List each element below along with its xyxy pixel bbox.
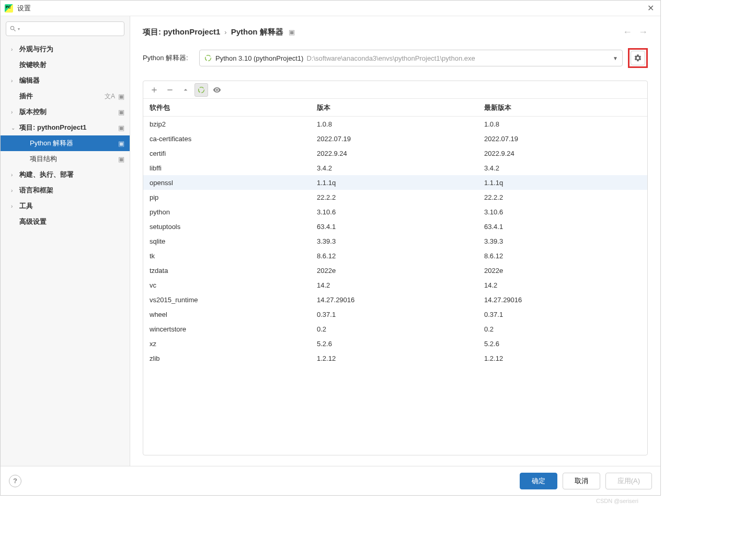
package-row[interactable]: sqlite3.39.33.39.3 <box>143 234 647 248</box>
package-latest: 1.2.12 <box>484 355 641 362</box>
svg-point-1 <box>199 87 204 93</box>
translate-icon: 文A <box>105 92 115 101</box>
package-version: 3.4.2 <box>317 164 484 172</box>
chevron-icon: › <box>11 172 19 178</box>
package-version: 2022.9.24 <box>317 150 484 157</box>
breadcrumb: 项目: pythonProject1 › Python 解释器 ▣ ← → <box>143 27 648 38</box>
package-name: tk <box>150 252 317 260</box>
package-version: 2022e <box>317 267 484 275</box>
sidebar-item[interactable]: Python 解释器▣ <box>1 135 130 151</box>
sidebar-item[interactable]: ›版本控制▣ <box>1 104 130 120</box>
sidebar-item[interactable]: ⌄项目: pythonProject1▣ <box>1 120 130 135</box>
package-row[interactable]: zlib1.2.121.2.12 <box>143 351 647 365</box>
apply-button[interactable]: 应用(A) <box>605 473 652 489</box>
package-row[interactable]: xz5.2.65.2.6 <box>143 336 647 351</box>
sidebar-item[interactable]: 按键映射 <box>1 57 130 73</box>
chevron-down-icon: ▼ <box>613 55 618 61</box>
package-row[interactable]: libffi3.4.23.4.2 <box>143 161 647 175</box>
sidebar-item[interactable]: ›构建、执行、部署 <box>1 167 130 182</box>
remove-package-button[interactable] <box>163 83 177 97</box>
sidebar-item[interactable]: ›外观与行为 <box>1 41 130 57</box>
column-version-header[interactable]: 版本 <box>317 103 484 112</box>
package-row[interactable]: openssl1.1.1q1.1.1q <box>143 175 647 190</box>
package-row[interactable]: setuptools63.4.163.4.1 <box>143 219 647 234</box>
package-row[interactable]: wincertstore0.20.2 <box>143 322 647 336</box>
package-latest: 14.2 <box>484 281 641 289</box>
chevron-icon: › <box>11 109 19 115</box>
sidebar-item[interactable]: 项目结构▣ <box>1 151 130 167</box>
package-version: 1.1.1q <box>317 179 484 187</box>
chevron-icon: ⌄ <box>11 125 19 131</box>
package-version: 3.39.3 <box>317 237 484 245</box>
interpreter-label: Python 解释器: <box>143 53 199 63</box>
package-row[interactable]: tk8.6.128.6.12 <box>143 248 647 263</box>
conda-button[interactable] <box>194 83 208 97</box>
package-name: wincertstore <box>150 325 317 333</box>
search-input[interactable]: ▾ <box>6 21 124 36</box>
column-latest-header[interactable]: 最新版本 <box>484 103 641 112</box>
ok-button[interactable]: 确定 <box>520 473 557 489</box>
package-name: zlib <box>150 355 317 362</box>
sidebar-item-label: 按键映射 <box>19 60 130 70</box>
package-version: 3.10.6 <box>317 208 484 216</box>
sidebar-item-label: 项目: pythonProject1 <box>19 123 118 132</box>
package-version: 1.0.8 <box>317 120 484 128</box>
chevron-icon: › <box>11 188 19 193</box>
sidebar-item[interactable]: 插件文A▣ <box>1 88 130 104</box>
package-name: python <box>150 208 317 216</box>
sidebar-item-label: 项目结构 <box>30 154 118 164</box>
interpreter-settings-button[interactable] <box>631 51 645 65</box>
package-name: libffi <box>150 164 317 172</box>
package-latest: 2022.9.24 <box>484 150 641 157</box>
package-row[interactable]: wheel0.37.10.37.1 <box>143 307 647 322</box>
column-name-header[interactable]: 软件包 <box>150 103 317 112</box>
package-row[interactable]: python3.10.63.10.6 <box>143 204 647 219</box>
package-row[interactable]: pip22.2.222.2.2 <box>143 190 647 204</box>
package-row[interactable]: certifi2022.9.242022.9.24 <box>143 146 647 161</box>
upgrade-package-button[interactable] <box>179 83 192 97</box>
nav-forward-icon[interactable]: → <box>638 27 648 38</box>
package-version: 0.37.1 <box>317 311 484 318</box>
add-package-button[interactable] <box>147 83 161 97</box>
search-icon <box>9 25 17 32</box>
show-early-releases-button[interactable] <box>210 83 224 97</box>
project-badge-icon: ▣ <box>118 155 124 163</box>
interpreter-row: Python 解释器: Python 3.10 (pythonProject1)… <box>143 48 648 68</box>
search-dropdown-icon: ▾ <box>18 27 20 31</box>
sidebar-item-label: Python 解释器 <box>30 139 118 148</box>
breadcrumb-separator: › <box>224 28 226 36</box>
package-name: setuptools <box>150 223 317 231</box>
package-latest: 22.2.2 <box>484 193 641 201</box>
content-area: ▾ ›外观与行为按键映射›编辑器插件文A▣›版本控制▣⌄项目: pythonPr… <box>1 16 660 466</box>
sidebar-item-label: 语言和框架 <box>19 186 130 195</box>
nav-back-icon[interactable]: ← <box>623 27 632 38</box>
pycharm-icon <box>5 4 13 13</box>
sidebar-item-label: 编辑器 <box>19 76 130 85</box>
interpreter-name: Python 3.10 (pythonProject1) <box>215 54 303 62</box>
package-row[interactable]: vc14.214.2 <box>143 278 647 292</box>
package-name: xz <box>150 340 317 348</box>
package-name: openssl <box>150 179 317 187</box>
sidebar-item[interactable]: ›编辑器 <box>1 73 130 88</box>
cancel-button[interactable]: 取消 <box>563 473 600 489</box>
package-row[interactable]: vs2015_runtime14.27.2901614.27.29016 <box>143 292 647 307</box>
close-icon[interactable]: ✕ <box>645 3 656 13</box>
sidebar-item[interactable]: ›工具 <box>1 198 130 214</box>
chevron-icon: › <box>11 47 19 52</box>
sidebar-item[interactable]: ›语言和框架 <box>1 182 130 198</box>
package-name: pip <box>150 193 317 201</box>
package-latest: 63.4.1 <box>484 223 641 231</box>
package-version: 2022.07.19 <box>317 135 484 143</box>
packages-header: 软件包 版本 最新版本 <box>143 99 647 117</box>
help-button[interactable]: ? <box>9 475 21 487</box>
package-row[interactable]: tzdata2022e2022e <box>143 263 647 278</box>
package-version: 5.2.6 <box>317 340 484 348</box>
watermark: CSDN @seriseri <box>596 498 638 504</box>
interpreter-dropdown[interactable]: Python 3.10 (pythonProject1) D:\software… <box>199 50 623 66</box>
sidebar-item[interactable]: 高级设置 <box>1 214 130 230</box>
package-row[interactable]: bzip21.0.81.0.8 <box>143 117 647 131</box>
breadcrumb-part2: Python 解释器 <box>231 27 283 37</box>
package-latest: 1.0.8 <box>484 120 641 128</box>
package-latest: 3.10.6 <box>484 208 641 216</box>
package-row[interactable]: ca-certificates2022.07.192022.07.19 <box>143 131 647 146</box>
